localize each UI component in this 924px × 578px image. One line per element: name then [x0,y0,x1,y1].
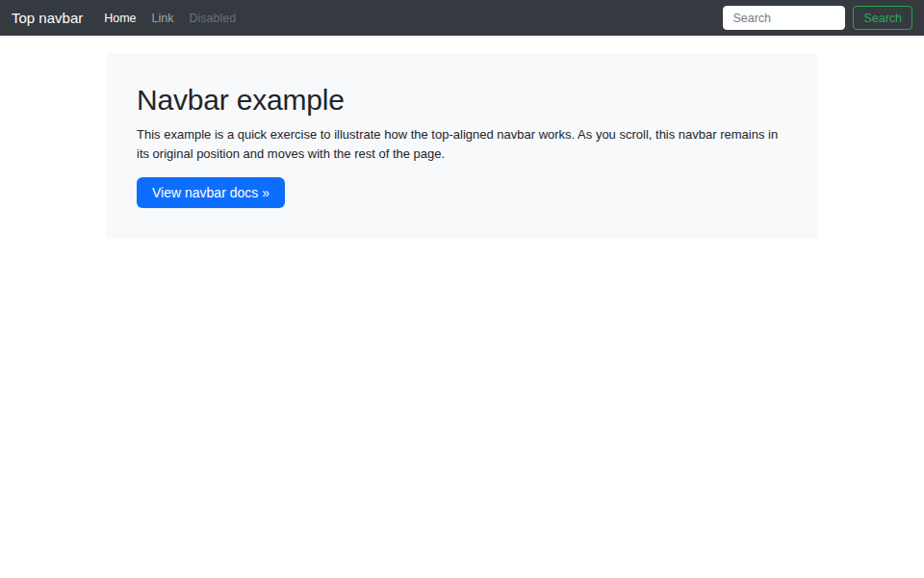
navbar-brand[interactable]: Top navbar [12,10,83,26]
nav-link-link[interactable]: Link [146,8,180,29]
nav-link-disabled: Disabled [184,8,243,29]
search-form: Search [723,6,912,30]
nav-link-home[interactable]: Home [98,8,141,29]
page-description: This example is a quick exercise to illu… [137,125,787,164]
search-input[interactable] [723,6,845,30]
main-content: Navbar example This example is a quick e… [106,53,818,239]
jumbotron-panel: Navbar example This example is a quick e… [106,53,818,239]
top-navbar: Top navbar Home Link Disabled Search [0,0,924,36]
navbar-nav: Home Link Disabled [98,8,723,29]
page-title: Navbar example [137,83,787,118]
search-button[interactable]: Search [853,6,912,30]
view-navbar-docs-button[interactable]: View navbar docs » [137,177,285,208]
